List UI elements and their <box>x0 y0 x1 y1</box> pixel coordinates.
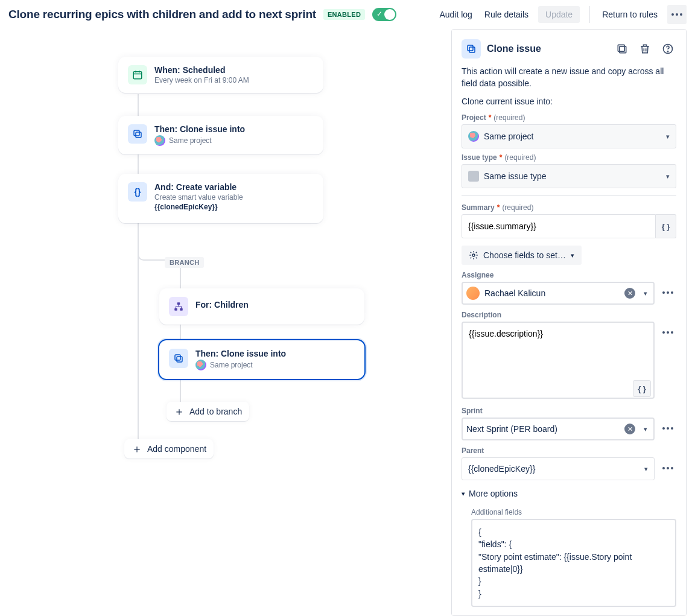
project-avatar-icon <box>468 131 479 142</box>
duplicate-action-button[interactable] <box>614 40 630 57</box>
more-options-toggle[interactable]: ▾ More options <box>452 480 686 501</box>
dots-icon <box>662 331 673 334</box>
sprint-select[interactable]: Next Sprint (PER board) ✕ ▾ <box>462 418 655 440</box>
branch-label: BRANCH <box>165 257 204 268</box>
dots-icon <box>662 467 673 469</box>
copy-icon <box>169 349 188 368</box>
field-more-button[interactable] <box>659 284 676 301</box>
trigger-sub: Every week on Fri at 9:00 AM <box>154 76 249 84</box>
issuetype-icon <box>468 171 479 182</box>
svg-rect-7 <box>136 132 141 138</box>
rule-canvas: When: Scheduled Every week on Fri at 9:0… <box>0 29 451 616</box>
enabled-badge: ENABLED <box>323 9 365 20</box>
svg-point-21 <box>662 291 665 294</box>
svg-point-0 <box>671 13 674 16</box>
chevron-down-icon: ▾ <box>644 290 647 297</box>
svg-point-19 <box>667 51 668 52</box>
svg-rect-15 <box>468 45 473 51</box>
copy-icon <box>128 124 147 144</box>
chevron-down-icon: ▾ <box>666 133 670 141</box>
smart-value-button[interactable]: { } <box>656 214 676 238</box>
svg-point-23 <box>671 291 673 294</box>
clone-into-label: Clone current issue into: <box>452 92 686 109</box>
add-component-button[interactable]: ＋ Add component <box>124 439 214 459</box>
svg-point-28 <box>667 427 669 430</box>
gear-icon <box>469 250 478 260</box>
description-textarea[interactable] <box>462 322 655 399</box>
svg-rect-17 <box>618 45 624 51</box>
additional-fields-label: Additional fields <box>452 501 686 519</box>
project-avatar-icon <box>154 135 165 146</box>
action-config-panel: Clone issue This action will create a ne… <box>451 29 687 616</box>
clear-icon[interactable]: ✕ <box>624 424 635 434</box>
svg-point-20 <box>472 254 475 256</box>
clone-issue-card[interactable]: Then: Clone issue into Same project <box>118 116 323 154</box>
clear-icon[interactable]: ✕ <box>624 288 635 299</box>
enabled-toggle[interactable]: ✓ <box>372 8 396 21</box>
dots-icon <box>671 13 682 16</box>
svg-point-2 <box>680 13 682 16</box>
rule-title: Clone recurring epics with children and … <box>8 8 316 21</box>
project-select[interactable]: Same project ▾ <box>462 124 676 148</box>
field-more-button[interactable] <box>659 420 676 437</box>
smart-value-button[interactable]: { } <box>633 380 651 397</box>
svg-rect-3 <box>133 72 142 79</box>
trigger-card[interactable]: When: Scheduled Every week on Fri at 9:0… <box>118 57 323 93</box>
svg-rect-8 <box>134 130 139 136</box>
chevron-down-icon: ▾ <box>462 490 465 498</box>
return-to-rules-link[interactable]: Return to rules <box>600 6 660 23</box>
audit-log-link[interactable]: Audit log <box>437 6 474 23</box>
create-variable-card[interactable]: {} And: Create variable Create smart val… <box>118 174 323 223</box>
svg-point-32 <box>671 467 673 469</box>
panel-description: This action will create a new issue and … <box>452 63 686 92</box>
copy-icon <box>462 39 481 59</box>
plus-icon: ＋ <box>132 445 142 453</box>
assignee-select[interactable]: Rachael Kalicun ✕ ▾ <box>462 282 655 305</box>
dots-icon <box>662 291 673 294</box>
svg-point-27 <box>662 427 665 430</box>
update-button[interactable]: Update <box>538 6 580 23</box>
panel-title: Clone issue <box>487 43 608 54</box>
choose-fields-button[interactable]: Choose fields to set… ▾ <box>462 246 582 265</box>
children-icon <box>169 297 188 316</box>
chevron-down-icon: ▾ <box>666 173 670 180</box>
svg-point-22 <box>667 291 669 294</box>
parent-select[interactable]: {{clonedEpicKey}} ▾ <box>462 457 655 480</box>
svg-rect-11 <box>180 308 183 311</box>
field-more-button[interactable] <box>659 324 676 341</box>
rule-details-link[interactable]: Rule details <box>482 6 531 23</box>
chevron-down-icon: ▾ <box>644 465 648 473</box>
svg-point-26 <box>671 331 673 334</box>
user-avatar-icon <box>466 287 480 300</box>
branch-clone-card-selected[interactable]: Then: Clone issue into Same project <box>159 340 364 379</box>
svg-rect-13 <box>175 355 180 360</box>
delete-action-button[interactable] <box>636 40 653 57</box>
add-to-branch-button[interactable]: ＋ Add to branch <box>167 402 249 421</box>
svg-rect-9 <box>177 302 180 305</box>
chevron-down-icon: ▾ <box>571 252 574 259</box>
svg-rect-16 <box>620 46 626 53</box>
header-more-button[interactable] <box>667 5 687 24</box>
check-icon: ✓ <box>376 10 382 18</box>
dots-icon <box>662 427 673 430</box>
summary-input[interactable] <box>462 214 656 238</box>
svg-point-29 <box>671 427 673 430</box>
plus-icon: ＋ <box>174 407 185 416</box>
help-button[interactable] <box>659 40 676 57</box>
svg-rect-10 <box>174 308 177 311</box>
svg-point-31 <box>667 467 669 469</box>
svg-point-30 <box>662 467 665 469</box>
header-bar: Clone recurring epics with children and … <box>0 0 695 29</box>
issuetype-select[interactable]: Same issue type ▾ <box>462 164 676 188</box>
svg-point-25 <box>667 331 669 334</box>
field-more-button[interactable] <box>659 460 676 477</box>
additional-fields-input[interactable]: { "fields": { "Story point estimate": {{… <box>471 519 676 607</box>
branch-for-card[interactable]: For: Children <box>159 288 364 325</box>
svg-rect-14 <box>469 47 475 52</box>
project-avatar-icon <box>195 360 206 370</box>
svg-point-1 <box>676 13 678 16</box>
svg-point-24 <box>662 331 665 334</box>
braces-icon: {} <box>128 182 147 202</box>
calendar-icon <box>128 65 147 84</box>
trigger-title: When: Scheduled <box>154 65 249 75</box>
